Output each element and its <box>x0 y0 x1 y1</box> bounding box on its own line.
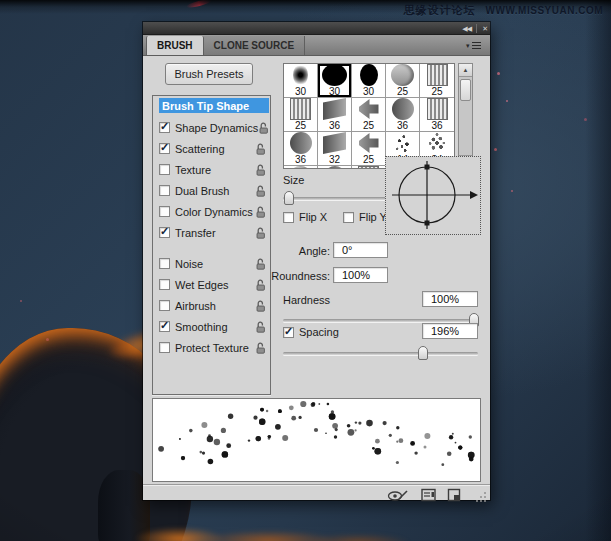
hardness-label: Hardness <box>283 294 330 306</box>
brush-tip-cell[interactable]: 36 <box>420 98 454 132</box>
spacing-label: Spacing <box>299 326 339 338</box>
checkbox[interactable] <box>159 300 170 311</box>
checkbox[interactable] <box>159 321 170 332</box>
checkbox[interactable] <box>159 143 170 154</box>
slider-track[interactable] <box>283 319 478 322</box>
brush-tip-cell[interactable]: 36 <box>386 98 420 132</box>
live-tip-preview-icon[interactable] <box>387 488 409 502</box>
new-brush-icon[interactable] <box>447 488 462 502</box>
sidebar-item-airbrush[interactable]: Airbrush <box>153 295 270 316</box>
flip-x-checkbox[interactable]: Flip X <box>283 211 327 223</box>
unlock-icon[interactable] <box>255 227 266 239</box>
checkbox[interactable] <box>159 164 170 175</box>
tab-clone-source[interactable]: CLONE SOURCE <box>204 36 306 55</box>
sidebar-item-label[interactable]: Protect Texture <box>175 342 255 354</box>
angle-roundness-widget[interactable] <box>385 156 481 235</box>
slider-track[interactable] <box>283 352 478 355</box>
sidebar-item-dual-brush[interactable]: Dual Brush <box>153 180 270 201</box>
sidebar-item-label[interactable]: Noise <box>175 258 255 270</box>
sidebar-item-wet-edges[interactable]: Wet Edges <box>153 274 270 295</box>
unlock-icon[interactable] <box>255 143 266 155</box>
checkbox[interactable] <box>159 279 170 290</box>
sidebar-item-texture[interactable]: Texture <box>153 159 270 180</box>
angle-value-field[interactable]: 0° <box>333 242 388 258</box>
brush-tip-size: 25 <box>363 120 374 131</box>
brush-tip-cell[interactable]: 25 <box>352 98 386 132</box>
scrollbar-thumb[interactable] <box>460 79 471 101</box>
brush-tip-cell[interactable]: 25 <box>386 64 420 98</box>
sidebar-item-label[interactable]: Dual Brush <box>175 185 255 197</box>
open-preset-manager-icon[interactable] <box>421 488 436 502</box>
brush-presets-button[interactable]: Brush Presets <box>165 63 253 85</box>
unlock-icon[interactable] <box>255 258 266 270</box>
unlock-icon[interactable] <box>255 321 266 333</box>
unlock-icon[interactable] <box>255 164 266 176</box>
checkbox[interactable] <box>159 342 170 353</box>
brush-tip-cell[interactable] <box>352 166 386 169</box>
unlock-icon[interactable] <box>258 122 269 134</box>
unlock-icon[interactable] <box>255 300 266 312</box>
checkbox[interactable] <box>343 212 354 223</box>
unlock-icon[interactable] <box>255 185 266 197</box>
grid-scrollbar[interactable]: ▲ ▼ <box>458 63 473 169</box>
brush-tip-cell[interactable]: 25 <box>284 98 318 132</box>
checkbox[interactable] <box>283 327 294 338</box>
brush-tip-cell[interactable]: 30 <box>352 64 386 98</box>
brush-tip-cell[interactable]: 36 <box>284 132 318 166</box>
sidebar-item-label[interactable]: Texture <box>175 164 255 176</box>
tab-brush[interactable]: BRUSH <box>146 36 204 55</box>
spacing-value-field[interactable]: 196% <box>422 323 478 339</box>
watermark-url: WWW.MISSYUAN.COM <box>486 5 603 16</box>
sidebar-item-color-dynamics[interactable]: Color Dynamics <box>153 201 270 222</box>
resize-grip-icon[interactable] <box>474 490 487 503</box>
sidebar-item-noise[interactable]: Noise <box>153 253 270 274</box>
sidebar-item-protect-texture[interactable]: Protect Texture <box>153 337 270 358</box>
sidebar-item-label[interactable]: Color Dynamics <box>175 206 255 218</box>
sidebar-item-label[interactable]: Smoothing <box>175 321 255 333</box>
sidebar-item-brush-tip-shape[interactable]: Brush Tip Shape <box>159 98 269 113</box>
brush-tip-cell[interactable]: 25 <box>420 64 454 98</box>
spacing-slider[interactable] <box>283 346 478 360</box>
brush-tip-cell[interactable] <box>284 166 318 169</box>
sidebar-item-label[interactable]: Airbrush <box>175 300 255 312</box>
hardness-value-field[interactable]: 100% <box>422 291 478 307</box>
sidebar-item-scattering[interactable]: Scattering <box>153 138 270 159</box>
unlock-icon[interactable] <box>255 279 266 291</box>
brush-tip-cell[interactable] <box>318 166 352 169</box>
checkbox[interactable] <box>159 185 170 196</box>
checkbox[interactable] <box>159 122 170 133</box>
checkbox[interactable] <box>159 258 170 269</box>
flip-y-checkbox[interactable]: Flip Y <box>343 211 387 223</box>
sidebar-item-label[interactable]: Shape Dynamics <box>175 122 258 134</box>
brush-tip-size: 36 <box>329 120 340 131</box>
brush-tip-thumbnail-icon <box>359 132 379 154</box>
angle-label: Angle: <box>278 245 330 257</box>
sidebar-item-label[interactable]: Wet Edges <box>175 279 255 291</box>
slider-thumb[interactable] <box>418 346 428 360</box>
brush-tip-cell[interactable]: 25 <box>352 132 386 166</box>
sidebar-item-smoothing[interactable]: Smoothing <box>153 316 270 337</box>
collapse-panel-icon[interactable]: ◀◀ <box>462 25 471 32</box>
brush-tip-size: 32 <box>329 154 340 165</box>
checkbox[interactable] <box>283 212 294 223</box>
brush-tip-cell[interactable]: 30 <box>318 64 352 98</box>
unlock-icon[interactable] <box>255 342 266 354</box>
panel-menu-icon[interactable]: ▾ <box>466 39 484 52</box>
scroll-up-icon[interactable]: ▲ <box>459 64 472 77</box>
close-panel-icon[interactable]: ✕ <box>482 25 487 32</box>
brush-tip-cell[interactable]: 36 <box>318 98 352 132</box>
sidebar-item-label[interactable]: Transfer <box>175 227 255 239</box>
flip-x-label: Flip X <box>299 211 327 223</box>
checkbox[interactable] <box>159 206 170 217</box>
unlock-icon[interactable] <box>255 206 266 218</box>
roundness-value-field[interactable]: 100% <box>333 267 388 283</box>
spacing-checkbox[interactable]: Spacing <box>283 326 339 338</box>
brush-tip-cell[interactable]: 32 <box>318 132 352 166</box>
checkbox[interactable] <box>159 227 170 238</box>
sidebar-item-label[interactable]: Scattering <box>175 143 255 155</box>
brush-tip-cell[interactable]: 30 <box>284 64 318 98</box>
panel-titlebar[interactable]: ◀◀ ✕ <box>143 22 490 35</box>
sidebar-item-transfer[interactable]: Transfer <box>153 222 270 243</box>
slider-thumb[interactable] <box>284 191 294 205</box>
sidebar-item-shape-dynamics[interactable]: Shape Dynamics <box>153 117 270 138</box>
